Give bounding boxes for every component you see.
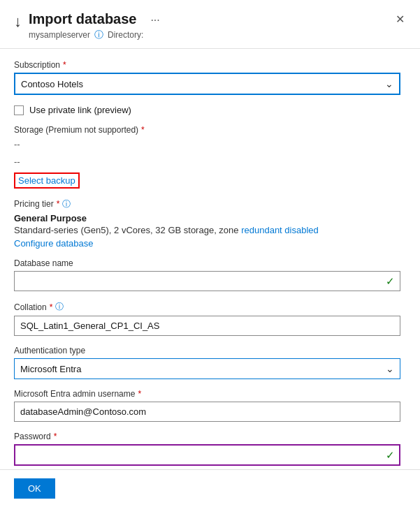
subscription-select[interactable]: Contoso Hotels ⌄: [14, 73, 400, 95]
storage-required: *: [141, 125, 145, 135]
storage-label: Storage (Premium not supported) *: [14, 125, 400, 135]
password-field-group: Password * ✓: [14, 432, 400, 466]
private-link-row: Use private link (preview): [14, 105, 400, 115]
private-link-checkbox[interactable]: [14, 105, 24, 115]
info-icon[interactable]: ⓘ: [94, 29, 103, 41]
check-icon: ✓: [386, 275, 395, 288]
auth-type-label: Authentication type: [14, 346, 400, 355]
pricing-tier-name: General Purpose: [14, 213, 400, 223]
password-label: Password *: [14, 432, 400, 441]
collation-required: *: [50, 302, 53, 312]
pricing-tier-detail: Standard-series (Gen5), 2 vCores, 32 GB …: [14, 223, 400, 237]
database-name-label: Database name: [14, 258, 400, 268]
select-backup-button[interactable]: Select backup: [14, 172, 80, 189]
database-name-input-wrapper: ✓: [14, 271, 400, 291]
collation-info-icon[interactable]: ⓘ: [55, 301, 64, 313]
header-title-group: Import database mysampleserver ⓘ Directo…: [29, 11, 143, 41]
admin-username-input[interactable]: [14, 402, 400, 422]
database-name-input[interactable]: [14, 271, 400, 291]
collation-input[interactable]: [14, 316, 400, 336]
private-link-label: Use private link (preview): [29, 105, 131, 115]
page-title: Import database: [29, 11, 143, 27]
auth-type-select[interactable]: Microsoft Entra ⌄: [14, 358, 400, 379]
pricing-tier-group: Pricing tier * ⓘ General Purpose Standar…: [14, 198, 400, 249]
password-check-icon: ✓: [386, 449, 395, 462]
database-name-group: Database name ✓: [14, 258, 400, 291]
password-input[interactable]: [14, 444, 400, 466]
server-name: mysampleserver: [29, 30, 90, 40]
admin-username-field-group: Microsoft Entra admin username *: [14, 389, 400, 422]
storage-line2: --: [14, 155, 400, 170]
auth-type-value: Microsoft Entra: [20, 364, 81, 374]
import-database-panel: ↓ Import database mysampleserver ⓘ Direc…: [0, 0, 420, 507]
auth-type-field-group: Authentication type Microsoft Entra ⌄: [14, 346, 400, 379]
panel-footer: OK: [0, 469, 420, 507]
subscription-value: Contoso Hotels: [21, 79, 83, 89]
chevron-down-icon: ⌄: [386, 363, 394, 374]
admin-username-label: Microsoft Entra admin username *: [14, 389, 400, 399]
close-button[interactable]: ✕: [391, 11, 409, 27]
pricing-info-icon[interactable]: ⓘ: [62, 198, 71, 210]
storage-field-group: Storage (Premium not supported) * -- -- …: [14, 125, 400, 189]
pricing-tier-redundant: redundant disabled: [241, 225, 319, 235]
password-required: *: [54, 432, 57, 441]
ok-button[interactable]: OK: [14, 478, 55, 499]
storage-line1: --: [14, 138, 400, 152]
collation-field-group: Collation * ⓘ: [14, 301, 400, 336]
chevron-down-icon: ⌄: [385, 78, 393, 89]
subscription-field-group: Subscription * Contoso Hotels ⌄: [14, 60, 400, 95]
configure-database-link[interactable]: Configure database: [14, 238, 93, 249]
subscription-label: Subscription *: [14, 60, 400, 70]
pricing-tier-label: Pricing tier * ⓘ: [14, 198, 400, 210]
pricing-tier-required: *: [57, 199, 60, 209]
collation-label: Collation * ⓘ: [14, 301, 400, 313]
subscription-required: *: [63, 60, 66, 70]
password-input-wrapper: ✓: [14, 444, 400, 466]
directory-label: Directory:: [108, 30, 143, 40]
more-options-button[interactable]: ···: [150, 14, 159, 27]
header-subtitle: mysampleserver ⓘ Directory:: [29, 29, 143, 41]
import-icon: ↓: [14, 13, 22, 31]
admin-username-required: *: [138, 389, 141, 399]
panel-content: Subscription * Contoso Hotels ⌄ Use priv…: [0, 49, 420, 469]
panel-header: ↓ Import database mysampleserver ⓘ Direc…: [0, 0, 420, 49]
